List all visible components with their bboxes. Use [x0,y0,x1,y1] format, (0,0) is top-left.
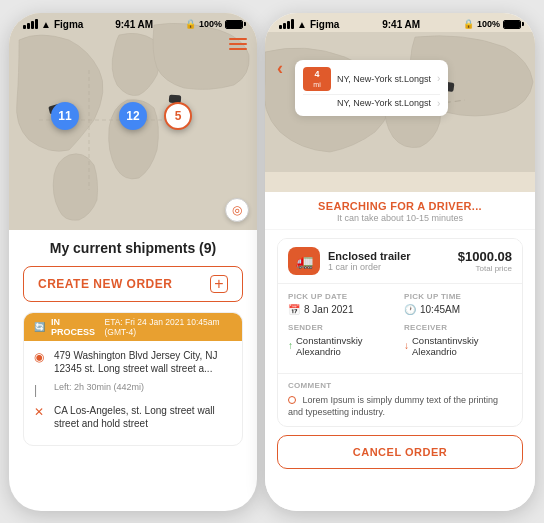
cancel-order-button[interactable]: CANCEL ORDER [277,435,523,469]
distance-badge: 4 mi [303,67,331,91]
sender-col: SENDER ↑ Constantinvskiy Alexandrio [288,323,396,357]
time-bar-icon: | [34,383,48,397]
order-price: $1000.08 Total price [458,249,512,273]
datetime-row: PICK UP DATE 📅 8 Jan 2021 PICK UP TIME 🕐 [288,292,512,315]
sender-label: SENDER [288,323,396,332]
pickup-date-label: PICK UP DATE [288,292,396,301]
receiver-name-text: Constantinvskiy Alexandrio [412,335,512,357]
create-order-label: CREATE NEW ORDER [38,277,172,291]
price-label: Total price [458,264,512,273]
in-process-status: 🔄 IN PROCESS ETA: Fri 24 Jan 2021 10:45a… [24,313,242,341]
wifi-icon: ▲ [41,19,51,30]
receiver-name: ↓ Constantinvskiy Alexandrio [404,335,512,357]
back-button[interactable]: ‹ [277,58,283,79]
sender-name-text: Constantinvskiy Alexandrio [296,335,396,357]
plus-icon: + [210,275,228,293]
order-sub: 1 car in order [328,262,411,272]
right-status-bar: ▲ Figma 9:41 AM 🔒 100% [265,13,535,32]
sender-name: ↑ Constantinvskiy Alexandrio [288,335,396,357]
shipments-title: My current shipments (9) [23,240,243,256]
battery-text-right: 100% [477,19,500,29]
signal-icon [23,19,38,29]
battery-icon-right [503,20,521,29]
left-bottom-panel: My current shipments (9) CREATE NEW ORDE… [9,230,257,456]
route-from-row: 4 mi NY, New-York st.Longst › [303,64,440,95]
left-status-bar: ▲ Figma 9:41 AM 🔒 100% [9,13,257,32]
route-to: NY, New-York st.Longst [337,98,431,108]
chevron-right-icon-2: › [437,98,440,109]
price-amount: $1000.08 [458,249,512,264]
wifi-icon-right: ▲ [297,19,307,30]
lock-icon: 🔒 [185,19,196,29]
order-name: Enclosed trailer [328,250,411,262]
route-to-row: NY, New-York st.Longst › [303,95,440,112]
chevron-right-icon: › [437,73,440,84]
searching-sub: It can take about 10-15 minutes [279,213,521,223]
app-name: Figma [54,19,83,30]
pickup-date-col: PICK UP DATE 📅 8 Jan 2021 [288,292,396,315]
comment-dot-icon [288,396,296,404]
pickup-time-text: 10:45AM [420,304,460,315]
time-display: 9:41 AM [115,19,153,30]
sender-receiver-row: SENDER ↑ Constantinvskiy Alexandrio RECE… [288,323,512,357]
order-header: 🚛 Enclosed trailer 1 car in order $1000.… [278,239,522,283]
menu-button[interactable] [229,38,247,50]
pickup-time-col: PICK UP TIME 🕐 10:45AM [404,292,512,315]
pickup-time-label: PICK UP TIME [404,292,512,301]
status-label: IN PROCESS [51,317,98,337]
marker-12[interactable]: 12 [119,102,147,130]
card-address: 479 Washington Blvd Jersey City, NJ 1234… [54,349,232,375]
shipment-card: 🔄 IN PROCESS ETA: Fri 24 Jan 2021 10:45a… [23,312,243,446]
pickup-time-value: 🕐 10:45AM [404,304,512,315]
route-card: 4 mi NY, New-York st.Longst › NY, New-Yo… [295,60,448,116]
receiver-label: RECEIVER [404,323,512,332]
lock-icon-right: 🔒 [463,19,474,29]
right-map-view: ‹ 4 mi NY, New-York st.Longst › NY, New-… [265,32,535,192]
order-card: 🚛 Enclosed trailer 1 car in order $1000.… [277,238,523,427]
order-details: PICK UP DATE 📅 8 Jan 2021 PICK UP TIME 🕐 [278,283,522,373]
marker-5[interactable]: 5 [164,102,192,130]
battery-text: 100% [199,19,222,29]
searching-title: SEARCHING FOR A DRIVER... [279,200,521,212]
card-time-row: | Left: 2h 30min (442mi) [34,382,232,397]
receiver-col: RECEIVER ↓ Constantinvskiy Alexandrio [404,323,512,357]
comment-label: COMMENT [288,381,512,390]
truck-icon: 🚛 [288,247,320,275]
marker-11[interactable]: 11 [51,102,79,130]
card-destination: CA Los-Angeles, st. Long street wall str… [54,404,232,430]
pickup-date-text: 8 Jan 2021 [304,304,354,315]
right-phone: ▲ Figma 9:41 AM 🔒 100% [265,13,535,511]
searching-banner: SEARCHING FOR A DRIVER... It can take ab… [265,192,535,230]
locate-me-button[interactable] [225,198,249,222]
battery-icon [225,20,243,29]
clock-icon: 🕐 [404,304,416,315]
location-dot-icon: ◉ [34,350,48,364]
calendar-icon: 📅 [288,304,300,315]
left-phone: ▲ Figma 9:41 AM 🔒 100% [9,13,257,511]
time-left: Left: 2h 30min (442mi) [54,382,144,394]
map-view: 11 12 5 [9,13,257,230]
right-bottom-panel: SEARCHING FOR A DRIVER... It can take ab… [265,192,535,511]
route-icon: ✕ [34,405,48,419]
signal-icon-right [279,19,294,29]
pickup-date-value: 📅 8 Jan 2021 [288,304,396,315]
create-order-button[interactable]: CREATE NEW ORDER + [23,266,243,302]
app-name-right: Figma [310,19,339,30]
card-address-row: ◉ 479 Washington Blvd Jersey City, NJ 12… [34,349,232,375]
time-display-right: 9:41 AM [382,19,420,30]
eta-label: ETA: Fri 24 Jan 2021 10:45am (GMT-4) [104,317,232,337]
comment-text: Lorem Ipsum is simply dummy text of the … [288,394,512,419]
comment-content: Lorem Ipsum is simply dummy text of the … [288,395,498,418]
route-from: NY, New-York st.Longst [337,74,431,84]
card-destination-row: ✕ CA Los-Angeles, st. Long street wall s… [34,404,232,430]
arrow-down-icon: ↓ [404,340,409,351]
arrow-up-icon: ↑ [288,340,293,351]
comment-section: COMMENT Lorem Ipsum is simply dummy text… [278,373,522,426]
